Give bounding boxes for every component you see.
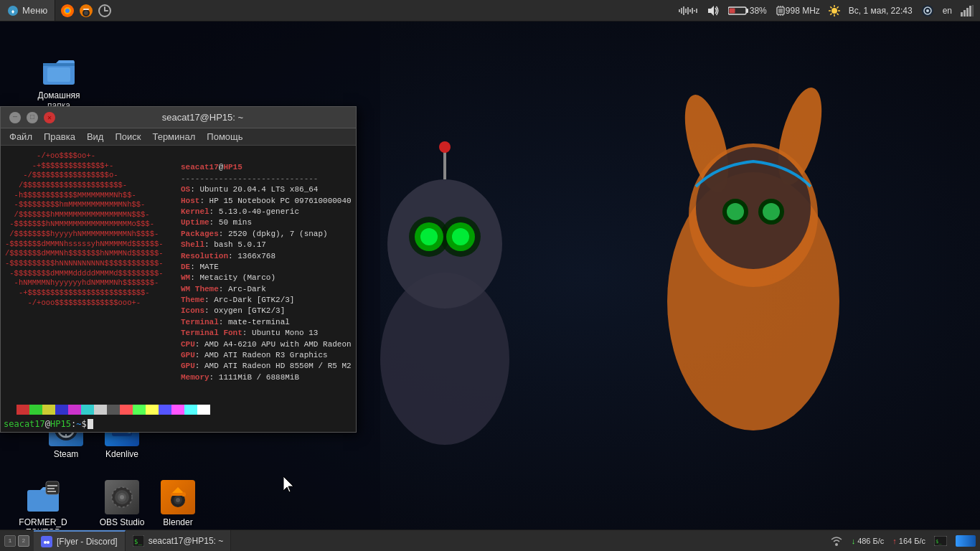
- svg-point-28: [84, 11, 88, 15]
- battery-indicator[interactable]: 38%: [725, 0, 771, 21]
- terminal-menu-search[interactable]: Поиск: [109, 130, 146, 143]
- svg-marker-98: [283, 476, 293, 492]
- svg-rect-43: [729, 8, 735, 13]
- desktop-icon-obs[interactable]: OBS Studio: [93, 477, 151, 530]
- battery-icon: [728, 5, 750, 17]
- svg-rect-67: [969, 6, 971, 17]
- audio-visualizer[interactable]: [674, 0, 702, 21]
- svg-rect-36: [689, 9, 691, 12]
- terminal-menu-view[interactable]: Вид: [81, 130, 110, 143]
- svg-point-94: [176, 498, 180, 502]
- terminal-minimize-button[interactable]: ─: [9, 112, 21, 123]
- color-swatch-8: [107, 405, 120, 415]
- taskbar-system-indicator[interactable]: [951, 530, 980, 551]
- terminal-taskbar-icon: $_: [133, 535, 144, 547]
- menu-label: Меню: [22, 5, 47, 16]
- brightness-icon[interactable]: [825, 0, 844, 21]
- terminal-tray-icon: $_: [934, 536, 947, 546]
- svg-rect-42: [746, 9, 748, 13]
- menu-logo-icon: ♦: [7, 5, 19, 17]
- workspace-2[interactable]: 2: [18, 535, 29, 547]
- svg-rect-35: [687, 7, 689, 14]
- svg-line-60: [830, 13, 831, 14]
- color-swatch-7: [94, 405, 107, 415]
- taskbar-left: 1 2 [Flyer - Discord] $_ seacat17@HP15: …: [0, 530, 231, 551]
- svg-rect-66: [966, 8, 969, 17]
- terminal-title: seacat17@HP15: ~: [55, 112, 350, 123]
- discord-task-label: [Flyer - Discord]: [57, 537, 118, 547]
- color-swatch-4: [55, 405, 68, 415]
- taskbar-network-up: ↑ 164 Б/с: [888, 530, 930, 551]
- taskbar: 1 2 [Flyer - Discord] $_ seacat17@HP15: …: [0, 529, 980, 551]
- svg-rect-86: [47, 491, 56, 492]
- datetime-display[interactable]: Вс, 1 мая, 22:43: [845, 0, 916, 21]
- terminal-close-button[interactable]: ✕: [44, 112, 55, 123]
- blender-panel-icon[interactable]: [78, 3, 94, 19]
- svg-point-25: [65, 9, 70, 13]
- color-swatch-10: [133, 405, 146, 415]
- workspace-1[interactable]: 1: [4, 535, 16, 547]
- terminal-body: -/+oo$$$$oo+- -+$$$$$$$$$$$$$$+- -/$$$$$…: [1, 146, 356, 400]
- svg-text:$_: $_: [134, 538, 142, 545]
- network-signal[interactable]: [957, 0, 977, 21]
- svg-rect-65: [963, 10, 966, 17]
- terminal-task-label: seacat17@HP15: ~: [149, 536, 224, 546]
- cpu-icon: [776, 6, 786, 16]
- panel-right: 38% 998 MHz: [674, 0, 980, 21]
- terminal-window: ─ □ ✕ seacat17@HP15: ~ Файл Правка Вид П…: [0, 106, 357, 433]
- svg-rect-64: [961, 12, 963, 17]
- obs-label: OBS Studio: [100, 517, 145, 527]
- color-swatch-15: [197, 405, 210, 415]
- taskbar-network-down: ↓ 486 Б/с: [847, 530, 889, 551]
- home-folder-icon: [42, 53, 76, 88]
- timeshift-panel-icon[interactable]: [97, 3, 113, 19]
- svg-marker-40: [708, 6, 714, 16]
- color-swatch-2: [29, 405, 42, 415]
- cpu-freq[interactable]: 998 MHz: [772, 0, 824, 21]
- svg-line-58: [837, 13, 838, 14]
- mouse-cursor: [283, 476, 298, 497]
- taskbar-discord[interactable]: [Flyer - Discord]: [34, 530, 126, 551]
- terminal-menu-edit[interactable]: Правка: [38, 130, 81, 143]
- terminal-menu-file[interactable]: Файл: [4, 130, 38, 143]
- svg-point-97: [182, 492, 186, 496]
- firefox-panel-icon[interactable]: [60, 3, 75, 19]
- svg-point-52: [831, 8, 837, 14]
- desktop-icon-blender[interactable]: Blender: [149, 477, 207, 530]
- terminal-prompt[interactable]: seacat17 @ HP15 : ~ $: [1, 418, 356, 432]
- wifi-icon: [830, 535, 843, 547]
- svg-line-57: [830, 6, 831, 8]
- terminal-menu-terminal[interactable]: Терминал: [146, 130, 201, 143]
- system-indicator-bar: [956, 535, 976, 547]
- color-swatch-0: [4, 405, 17, 415]
- former-desktop-icon: [26, 480, 60, 514]
- svg-rect-31: [679, 9, 680, 12]
- kdenlive-label: Kdenlive: [105, 449, 138, 459]
- steam-tray-icon[interactable]: [918, 0, 938, 21]
- volume-control[interactable]: [703, 0, 723, 21]
- svg-rect-34: [685, 9, 687, 13]
- terminal-menubar: Файл Правка Вид Поиск Терминал Помощь: [1, 128, 356, 146]
- battery-percent: 38%: [750, 6, 767, 16]
- color-swatch-3: [42, 405, 55, 415]
- taskbar-wifi[interactable]: [826, 530, 847, 551]
- language-text: en: [943, 6, 952, 16]
- svg-rect-39: [696, 9, 697, 13]
- terminal-titlebar: ─ □ ✕ seacat17@HP15: ~: [1, 107, 356, 128]
- color-swatch-9: [120, 405, 133, 415]
- svg-point-100: [44, 541, 47, 544]
- language-indicator[interactable]: en: [939, 0, 956, 21]
- color-swatch-13: [171, 405, 184, 415]
- menu-button[interactable]: ♦ Меню: [0, 0, 55, 21]
- taskbar-terminal-tray[interactable]: $_: [930, 530, 951, 551]
- network-down-arrow: ↓: [852, 537, 856, 545]
- svg-marker-96: [172, 487, 184, 493]
- terminal-maximize-button[interactable]: □: [27, 112, 38, 123]
- blender-app-icon: [161, 480, 195, 514]
- svg-rect-84: [47, 485, 57, 486]
- terminal-menu-help[interactable]: Помощь: [201, 130, 248, 143]
- svg-rect-37: [692, 8, 693, 14]
- taskbar-terminal[interactable]: $_ seacat17@HP15: ~: [126, 530, 232, 551]
- svg-point-90: [120, 495, 124, 499]
- svg-rect-85: [47, 488, 55, 489]
